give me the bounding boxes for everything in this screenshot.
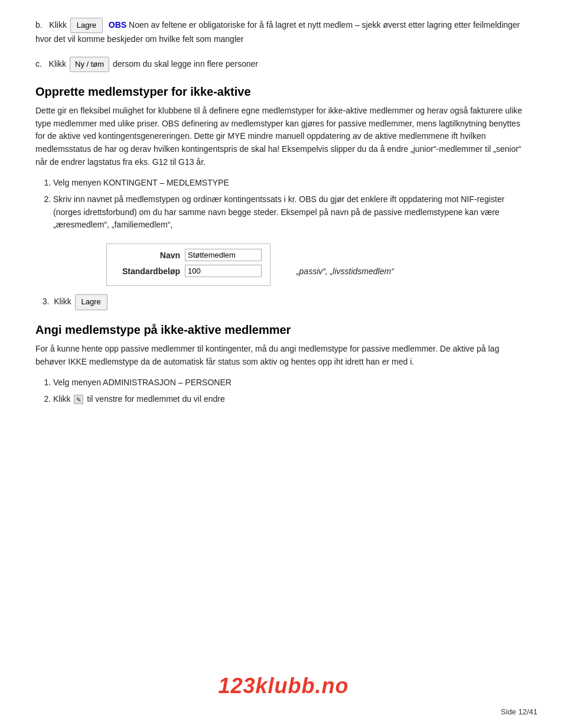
section-b-obs: OBS Noen av feltene er obligatoriske for… [35,20,520,44]
step2-2-klikk: Klikk [53,394,71,404]
heading-angi: Angi medlemstype på ikke-aktive medlemme… [35,323,532,337]
page-number: Side 12/41 [501,707,537,716]
step2-1-text: Velg menyen ADMINISTRASJON – PERSONER [53,378,232,387]
navn-label: Navn [115,251,180,260]
step-3-klikk: Klikk [54,297,71,306]
belop-input[interactable] [185,265,262,277]
step-1: Velg menyen KONTINGENT – MEDLEMSTYPE [53,177,532,190]
obs-text: OBS [109,20,126,30]
save-button-step3[interactable]: Lagre [75,294,107,310]
navn-input[interactable] [185,249,262,261]
steps-list-2: Velg menyen ADMINISTRASJON – PERSONER Kl… [53,376,532,405]
step2-1: Velg menyen ADMINISTRASJON – PERSONER [53,376,532,389]
passiv-text: „passiv“, „livsstidsmedlem“ [296,266,394,276]
step-3-line: 3. Klikk Lagre [35,294,532,310]
step-2: Skriv inn navnet på medlemstypen og ordi… [53,193,532,232]
edit-icon: ✎ [74,395,83,404]
form-row-belop: Standardbeløp [115,265,262,277]
step2-2-after: til venstre for medlemmet du vil endre [87,394,224,404]
para-opprette: Dette gir en fleksibel mulighet for klub… [35,105,532,168]
section-c-intro: Klikk [49,59,67,69]
section-b-intro: Klikk [49,20,67,30]
form-box: Navn Standardbeløp [106,243,271,286]
save-button-b[interactable]: Lagre [70,18,103,33]
section-c-rest: dersom du skal legge inn flere personer [113,59,258,69]
heading-opprette: Opprette medlemstyper for ikke-aktive [35,85,532,99]
footer-logo: 123klubb.no [218,674,348,698]
belop-label: Standardbeløp [115,266,180,276]
step-1-text: Velg menyen KONTINGENT – MEDLEMSTYPE [53,178,229,187]
step-2-text: Skriv inn navnet på medlemstypen og ordi… [53,194,504,229]
steps-list-1: Velg menyen KONTINGENT – MEDLEMSTYPE Skr… [53,177,532,232]
step2-2: Klikk ✎ til venstre for medlemmet du vil… [53,393,532,406]
form-row-navn: Navn [115,249,262,261]
section-b-para: b. Klikk Lagre OBS Noen av feltene er ob… [35,18,532,46]
section-b-label: b. [35,20,43,30]
section-c: c. Klikk Ny / tøm dersom du skal legge i… [35,57,532,72]
para-angi: For å kunne hente opp passive medlemmer … [35,343,532,368]
ny-tom-button[interactable]: Ny / tøm [70,57,109,72]
section-b: b. Klikk Lagre OBS Noen av feltene er ob… [35,18,532,46]
section-c-para: c. Klikk Ny / tøm dersom du skal legge i… [35,57,532,72]
section-c-label: c. [35,59,42,69]
